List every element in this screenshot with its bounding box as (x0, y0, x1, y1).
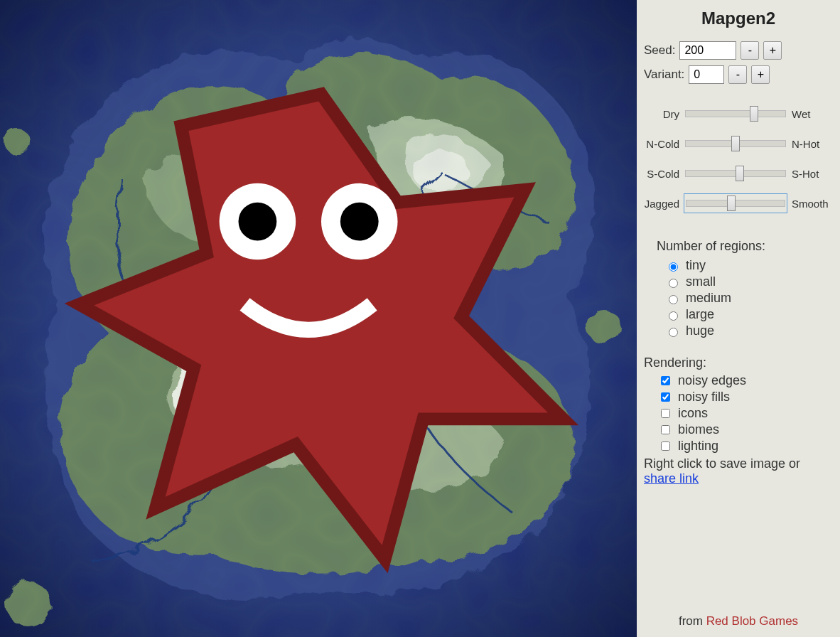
variant-minus-button[interactable]: - (728, 65, 747, 84)
render-check-biomes[interactable] (661, 425, 670, 434)
slider-s-cold[interactable] (685, 170, 786, 177)
svg-point-13 (340, 203, 379, 241)
app-title: Mapgen2 (644, 9, 833, 28)
variant-input[interactable] (689, 65, 724, 84)
slider-left-label: N-Cold (644, 138, 684, 150)
region-option-tiny[interactable]: tiny (665, 258, 833, 273)
render-option-icons[interactable]: icons (658, 406, 833, 421)
share-link[interactable]: share link (644, 471, 699, 486)
seed-label: Seed: (644, 43, 675, 58)
slider-left-label: Jagged (644, 198, 684, 210)
save-note: Right click to save image or share link (644, 456, 833, 486)
map-canvas[interactable] (0, 0, 637, 637)
render-option-noisy-edges[interactable]: noisy edges (658, 373, 833, 388)
region-radio-large[interactable] (669, 311, 678, 321)
mascot-icon (3, 0, 640, 636)
render-check-noisy edges[interactable] (661, 376, 670, 385)
control-panel: Mapgen2 Seed: - + Variant: - + DryWetN-C… (637, 0, 840, 637)
slider-jagged[interactable] (686, 200, 785, 207)
slider-right-label: N-Hot (787, 138, 833, 150)
render-option-noisy-fills[interactable]: noisy fills (658, 390, 833, 405)
region-radio-small[interactable] (669, 279, 678, 288)
slider-right-label: S-Hot (787, 168, 833, 180)
slider-left-label: Dry (644, 108, 684, 120)
slider-dry[interactable] (685, 110, 786, 117)
regions-title: Number of regions: (657, 239, 833, 254)
render-option-lighting[interactable]: lighting (658, 439, 833, 454)
render-option-biomes[interactable]: biomes (658, 422, 833, 437)
render-check-icons[interactable] (661, 409, 670, 418)
footer: from Red Blob Games (644, 614, 833, 631)
slider-right-label: Smooth (787, 198, 833, 210)
region-radio-tiny[interactable] (669, 262, 678, 272)
slider-right-label: Wet (787, 108, 833, 120)
seed-input[interactable] (679, 41, 736, 60)
region-option-huge[interactable]: huge (665, 323, 833, 338)
render-check-noisy fills[interactable] (661, 392, 670, 402)
slider-n-cold[interactable] (685, 140, 786, 147)
variant-plus-button[interactable]: + (751, 65, 770, 84)
seed-minus-button[interactable]: - (741, 41, 759, 60)
footer-link[interactable]: Red Blob Games (706, 614, 798, 628)
seed-plus-button[interactable]: + (763, 41, 782, 60)
region-radio-huge[interactable] (669, 328, 678, 337)
svg-point-11 (239, 203, 277, 241)
variant-label: Variant: (644, 68, 684, 82)
region-option-large[interactable]: large (665, 307, 833, 322)
render-check-lighting[interactable] (661, 441, 670, 451)
region-option-medium[interactable]: medium (665, 291, 833, 306)
region-radio-medium[interactable] (669, 295, 678, 304)
slider-left-label: S-Cold (644, 168, 684, 180)
rendering-title: Rendering: (644, 355, 833, 370)
region-option-small[interactable]: small (665, 274, 833, 289)
